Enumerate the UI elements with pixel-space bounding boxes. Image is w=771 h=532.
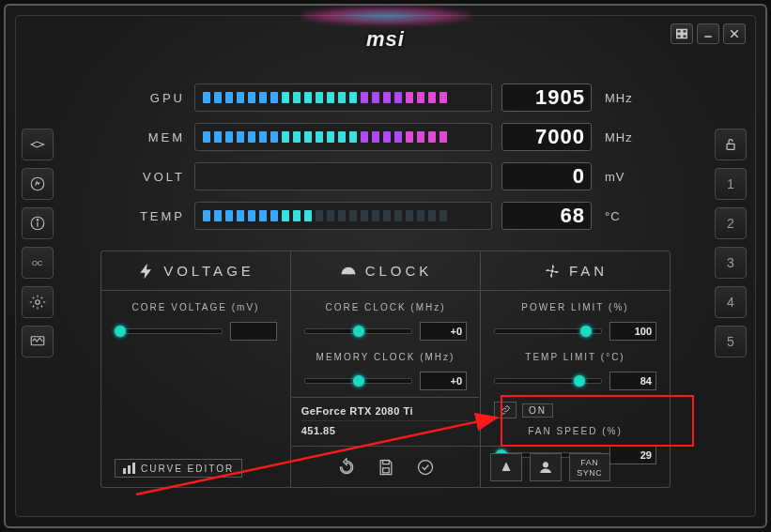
temp-bar — [194, 202, 492, 230]
close-button[interactable] — [723, 23, 746, 44]
voltage-bar — [194, 162, 492, 190]
temp-limit-input[interactable]: 84 — [609, 372, 656, 390]
tab-voltage[interactable]: VOLTAGE — [101, 251, 291, 290]
gpu-clock-value: 1905 — [501, 84, 592, 112]
apply-button[interactable] — [412, 454, 439, 480]
main-window: msi OC 1 2 — [15, 15, 756, 517]
svg-rect-1 — [683, 30, 687, 34]
svg-point-7 — [31, 177, 44, 190]
tab-fan-label: FAN — [569, 263, 608, 279]
fan-icon — [543, 262, 562, 281]
profile-1-button[interactable]: 1 — [715, 168, 747, 200]
oc-scanner-button[interactable]: OC — [22, 247, 54, 279]
kombustor-button[interactable] — [22, 168, 54, 200]
svg-rect-17 — [382, 460, 389, 464]
profile-3-button[interactable]: 3 — [715, 247, 747, 279]
profile-4-button[interactable]: 4 — [715, 286, 747, 318]
tab-clock[interactable]: CLOCK — [291, 251, 481, 290]
memory-clock-slider[interactable] — [304, 378, 412, 384]
mem-clock-label: MEM — [129, 130, 185, 144]
mem-clock-unit: MHz — [605, 130, 642, 144]
gpu-clock-bar — [194, 84, 492, 112]
info-button[interactable] — [22, 207, 54, 239]
svg-point-19 — [418, 460, 432, 474]
svg-rect-3 — [683, 35, 687, 38]
temp-value: 68 — [501, 202, 592, 230]
svg-point-20 — [543, 462, 547, 466]
memory-clock-input[interactable]: +0 — [420, 372, 467, 390]
fan-sync-button[interactable]: FANSYNC — [569, 453, 610, 481]
monitor-button[interactable] — [22, 326, 54, 357]
title-bar: msi — [16, 20, 755, 59]
svg-rect-0 — [677, 30, 682, 34]
unlock-button[interactable] — [715, 129, 747, 160]
memory-clock-label: MEMORY CLOCK (MHz) — [304, 352, 467, 362]
link-limits-button[interactable] — [494, 402, 517, 418]
voltage-unit: mV — [605, 170, 642, 184]
svg-rect-18 — [382, 467, 389, 472]
temp-label: TEMP — [129, 209, 185, 223]
svg-point-10 — [37, 220, 39, 221]
user-mode-button[interactable] — [530, 453, 562, 481]
bolt-icon — [137, 262, 156, 281]
auto-mode-button[interactable] — [490, 453, 522, 481]
fan-speed-label: FAN SPEED (%) — [494, 426, 656, 436]
svg-point-12 — [36, 300, 40, 305]
mem-clock-value: 7000 — [501, 123, 592, 151]
minimize-button[interactable] — [697, 23, 719, 44]
gpu-clock-unit: MHz — [605, 91, 642, 105]
settings-button[interactable] — [22, 286, 54, 318]
temp-unit: °C — [605, 209, 642, 223]
settings-windows-button[interactable] — [671, 23, 693, 44]
gauge-icon — [339, 262, 358, 281]
gaming-mode-button[interactable] — [22, 129, 54, 160]
tab-voltage-label: VOLTAGE — [163, 263, 254, 279]
temp-limit-label: TEMP LIMIT (°C) — [494, 352, 656, 362]
svg-rect-14 — [727, 144, 734, 149]
curve-editor-label: CURVE EDITOR — [141, 464, 234, 474]
brand-logo: msi — [366, 27, 405, 52]
tab-clock-label: CLOCK — [365, 263, 433, 279]
core-voltage-label: CORE VOLTAGE (mV) — [115, 302, 277, 312]
profile-5-button[interactable]: 5 — [715, 326, 747, 357]
tab-fan[interactable]: FAN — [481, 251, 670, 290]
gpu-info-box: GeForce RTX 2080 Ti 451.85 — [292, 397, 480, 444]
reset-button[interactable] — [333, 454, 360, 480]
core-voltage-input[interactable] — [230, 322, 277, 341]
power-limit-slider[interactable] — [494, 328, 602, 334]
voltage-column: CORE VOLTAGE (mV) CURVE EDITOR — [101, 291, 291, 487]
tuning-panel: VOLTAGE CLOCK FAN CORE VOLTAGE (mV) — [100, 251, 671, 488]
metrics-panel: GPU 1905 MHz MEM 7000 MHz VOLT 0 mV — [129, 82, 642, 232]
gpu-clock-label: GPU — [129, 91, 185, 105]
gpu-driver-text: 451.85 — [301, 421, 470, 440]
core-voltage-slider[interactable] — [115, 328, 223, 334]
curve-editor-button[interactable]: CURVE EDITOR — [115, 459, 242, 478]
profile-2-button[interactable]: 2 — [715, 207, 747, 239]
temp-limit-slider[interactable] — [494, 378, 602, 384]
voltage-value: 0 — [501, 162, 592, 190]
mem-clock-bar — [194, 123, 492, 151]
core-clock-input[interactable]: +0 — [420, 322, 467, 341]
voltage-label: VOLT — [129, 170, 185, 184]
power-limit-input[interactable]: 100 — [609, 322, 656, 341]
save-button[interactable] — [373, 454, 399, 480]
link-state-badge: ON — [522, 403, 553, 418]
svg-text:OC: OC — [32, 259, 43, 267]
core-clock-label: CORE CLOCK (MHz) — [304, 302, 467, 312]
gpu-name-text: GeForce RTX 2080 Ti — [301, 402, 470, 421]
svg-point-16 — [550, 269, 553, 272]
power-limit-label: POWER LIMIT (%) — [494, 302, 656, 312]
core-clock-slider[interactable] — [304, 328, 412, 334]
bars-icon — [123, 463, 135, 474]
svg-rect-2 — [677, 35, 682, 38]
